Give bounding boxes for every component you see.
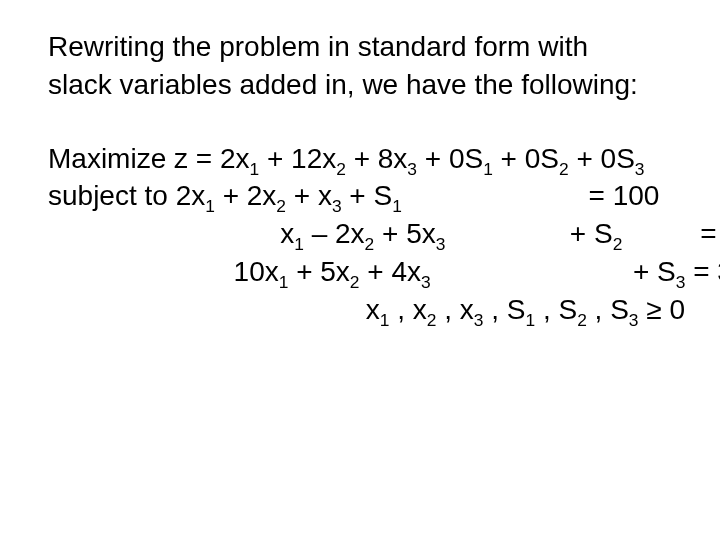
constraint-3-row: 10x1 + 5x2 + 4x3 + S3 = 300 <box>48 253 680 291</box>
pad <box>431 256 633 287</box>
maximize-label: Maximize <box>48 143 166 174</box>
c1-x2: + 2x <box>215 180 276 211</box>
c1-s1: + S <box>342 180 393 211</box>
z-s3: + 0S <box>569 143 635 174</box>
sub: 3 <box>332 196 342 216</box>
slide: Rewriting the problem in standard form w… <box>0 0 720 357</box>
nn-s3: , S <box>587 294 629 325</box>
c2-x2: – 2x <box>304 218 365 249</box>
sub: 1 <box>250 158 260 178</box>
constraint-2-row: x1 – 2x2 + 5x3 + S2 = 80 <box>48 215 680 253</box>
sub: 2 <box>350 272 360 292</box>
c3-rhs: = 300 <box>685 256 720 287</box>
c2-x1: x <box>280 218 294 249</box>
c1-x1: 2x <box>176 180 206 211</box>
nonneg-row: x1 , x2 , x3 , S1 , S2 , S3 ≥ 0 <box>48 291 680 329</box>
z-t3: + 8x <box>346 143 407 174</box>
intro-text: Rewriting the problem in standard form w… <box>48 28 680 104</box>
sub: 3 <box>635 158 645 178</box>
c3-x1: 10x <box>234 256 279 287</box>
z-s1: + 0S <box>417 143 483 174</box>
sub: 3 <box>421 272 431 292</box>
c3-x3: + 4x <box>360 256 421 287</box>
nn-s1: , S <box>483 294 525 325</box>
sub: 2 <box>577 309 587 329</box>
pad <box>402 180 589 211</box>
pad <box>218 256 234 287</box>
sub: 1 <box>205 196 215 216</box>
constraint-1-row: subject to 2x1 + 2x2 + x3 + S1 = 100 <box>48 177 680 215</box>
intro-line-2: slack variables added in, we have the fo… <box>48 66 680 104</box>
sub: 1 <box>525 309 535 329</box>
nn-x2: , x <box>389 294 426 325</box>
sub: 1 <box>483 158 493 178</box>
sub: 2 <box>276 196 286 216</box>
pad <box>218 218 280 249</box>
pad <box>218 294 366 325</box>
sub: 1 <box>294 234 304 254</box>
z-s2: + 0S <box>493 143 559 174</box>
nn-x1: x <box>366 294 380 325</box>
c3-s3: + S <box>633 256 676 287</box>
c3-x2: + 5x <box>288 256 349 287</box>
c2-x3: + 5x <box>374 218 435 249</box>
subject-to-label: subject to <box>48 180 168 211</box>
pad <box>168 180 176 211</box>
c2-s2: + S <box>570 218 613 249</box>
intro-line-1: Rewriting the problem in standard form w… <box>48 28 680 66</box>
c2-rhs: = 80 <box>700 218 720 249</box>
sub: 2 <box>336 158 346 178</box>
pad <box>166 143 174 174</box>
c1-x3: + x <box>286 180 332 211</box>
math-block: Maximize z = 2x1 + 12x2 + 8x3 + 0S1 + 0S… <box>48 140 680 329</box>
z-t2: + 12x <box>259 143 336 174</box>
pad <box>622 218 700 249</box>
pad <box>445 218 569 249</box>
sub: 2 <box>613 234 623 254</box>
sub: 1 <box>279 272 289 292</box>
nn-x3: , x <box>436 294 473 325</box>
sub: 1 <box>392 196 402 216</box>
sub: 2 <box>559 158 569 178</box>
c1-rhs: = 100 <box>589 180 660 211</box>
sub: 3 <box>407 158 417 178</box>
sub: 2 <box>365 234 375 254</box>
z-t1: z = 2x <box>174 143 249 174</box>
nn-s2: , S <box>535 294 577 325</box>
objective-row: Maximize z = 2x1 + 12x2 + 8x3 + 0S1 + 0S… <box>48 140 680 178</box>
nn-rhs: ≥ 0 <box>638 294 685 325</box>
sub: 3 <box>676 272 686 292</box>
sub: 3 <box>436 234 446 254</box>
